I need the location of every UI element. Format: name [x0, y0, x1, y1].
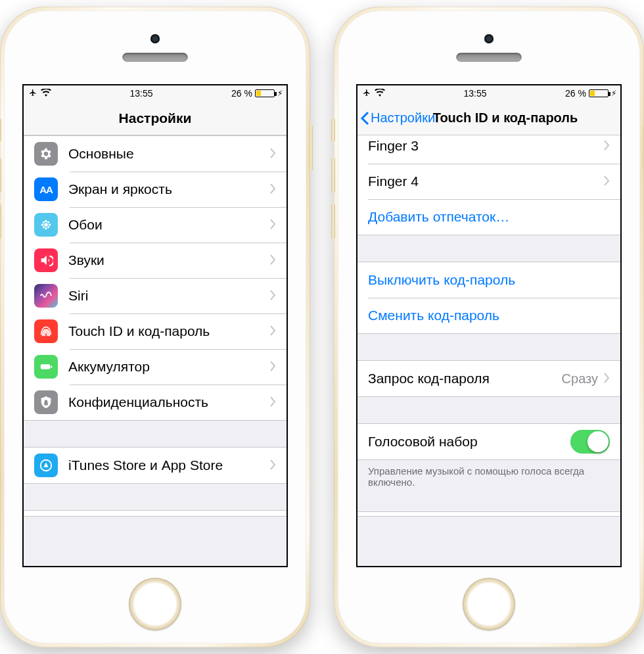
chevron-right-icon [603, 174, 610, 189]
nav-title: Настройки [119, 110, 192, 126]
voice-dial-toggle[interactable] [570, 430, 610, 454]
airplane-mode-icon [28, 88, 38, 99]
row-finger-3[interactable]: Finger 3 [357, 135, 620, 164]
volume-up-button [0, 158, 1, 193]
volume-down-button [0, 204, 1, 239]
touchid-content[interactable]: x Finger 3 Finger 4 Добавить отпечаток… … [357, 135, 620, 566]
chevron-right-icon [269, 253, 276, 268]
chevron-right-icon [603, 371, 610, 386]
row-label: Запрос код-пароля [368, 371, 562, 386]
appstore-icon [34, 454, 58, 477]
front-camera [484, 34, 494, 43]
chevron-right-icon [269, 324, 276, 339]
wallpaper-icon [34, 213, 58, 237]
clipped-group [357, 511, 620, 517]
row-label: Обои [68, 217, 269, 233]
row-display[interactable]: AA Экран и яркость [24, 172, 287, 207]
sounds-icon [34, 248, 58, 272]
row-sounds[interactable]: Звуки [24, 243, 287, 278]
row-privacy[interactable]: Конфиденциальность [24, 385, 287, 420]
svg-point-8 [47, 226, 49, 228]
row-label: Голосовой набор [368, 434, 570, 450]
row-label: Touch ID и код-пароль [68, 323, 269, 339]
settings-content[interactable]: Основные AA Экран и яркость Обои [24, 135, 287, 566]
row-label: Аккумулятор [68, 359, 269, 375]
row-label: Основные [68, 146, 269, 162]
row-label: Finger 4 [368, 174, 603, 189]
svg-point-0 [44, 223, 48, 227]
svg-point-6 [47, 222, 49, 223]
row-label: iTunes Store и App Store [68, 457, 269, 473]
display-icon: AA [34, 177, 58, 201]
mute-switch [0, 118, 1, 142]
row-turn-passcode-off[interactable]: Выключить код-пароль [357, 262, 620, 298]
volume-down-button [331, 204, 335, 239]
chevron-right-icon [603, 139, 610, 154]
row-add-fingerprint[interactable]: Добавить отпечаток… [357, 199, 620, 235]
nav-bar: Настройки Touch ID и код-пароль [357, 101, 620, 135]
wifi-icon [375, 88, 385, 99]
row-label: Конфиденциальность [68, 394, 269, 410]
earpiece-speaker [122, 53, 188, 62]
chevron-right-icon [269, 458, 276, 473]
row-appstore[interactable]: iTunes Store и App Store [24, 448, 287, 483]
row-touchid[interactable]: Touch ID и код-пароль [24, 314, 287, 349]
charging-icon: ⚡︎ [277, 89, 283, 98]
siri-icon [34, 284, 58, 308]
wifi-icon [41, 88, 51, 99]
battery-percent: 26 % [565, 88, 586, 99]
screen-settings-root: 13:55 26 % ⚡︎ Настройки Основные [22, 84, 288, 567]
phone-right: 13:55 26 % ⚡︎ Настройки Touch ID и код-п… [334, 7, 644, 647]
screen-touchid: 13:55 26 % ⚡︎ Настройки Touch ID и код-п… [356, 84, 622, 567]
battery-percent: 26 % [231, 88, 252, 99]
status-time: 13:55 [130, 88, 153, 99]
row-label: Экран и яркость [68, 181, 269, 197]
chevron-right-icon [269, 218, 276, 233]
passcode-actions-group: Выключить код-пароль Сменить код-пароль [357, 262, 620, 334]
volume-up-button [331, 158, 335, 193]
row-wallpaper[interactable]: Обои [24, 207, 287, 243]
row-label: Выключить код-пароль [368, 272, 610, 288]
chevron-right-icon [269, 360, 276, 375]
settings-group-stores: iTunes Store и App Store [24, 447, 287, 484]
row-label: Siri [68, 288, 269, 304]
row-finger-4[interactable]: Finger 4 [357, 164, 620, 199]
chevron-right-icon [269, 147, 276, 162]
status-time: 13:55 [464, 88, 487, 99]
svg-point-7 [43, 226, 45, 228]
row-siri[interactable]: Siri [24, 278, 287, 314]
row-label: Добавить отпечаток… [368, 209, 610, 225]
svg-point-3 [41, 223, 44, 226]
row-general[interactable]: Основные [24, 136, 287, 172]
row-label: Звуки [68, 252, 269, 268]
nav-back-button[interactable]: Настройки [360, 101, 435, 135]
row-change-passcode[interactable]: Сменить код-пароль [357, 298, 620, 333]
privacy-icon [34, 390, 58, 414]
battery-icon [589, 89, 609, 97]
svg-point-2 [45, 227, 47, 230]
airplane-mode-icon [361, 88, 372, 99]
settings-group-main: Основные AA Экран и яркость Обои [24, 135, 287, 421]
power-button [309, 125, 313, 171]
battery-icon [34, 355, 58, 379]
touchid-icon [34, 319, 58, 343]
home-button[interactable] [463, 578, 515, 630]
svg-rect-9 [41, 364, 51, 369]
svg-point-4 [49, 223, 51, 226]
fingerprints-group: x Finger 3 Finger 4 Добавить отпечаток… [357, 135, 620, 235]
status-bar: 13:55 26 % ⚡︎ [357, 85, 620, 101]
front-camera [150, 34, 160, 43]
home-button[interactable] [129, 578, 181, 630]
status-bar: 13:55 26 % ⚡︎ [24, 85, 287, 101]
charging-icon: ⚡︎ [611, 89, 616, 98]
require-passcode-group: Запрос код-пароля Сразу [357, 360, 620, 397]
row-require-passcode[interactable]: Запрос код-пароля Сразу [357, 361, 620, 396]
row-battery[interactable]: Аккумулятор [24, 349, 287, 385]
nav-back-label: Настройки [371, 110, 435, 126]
phone-left: 13:55 26 % ⚡︎ Настройки Основные [0, 7, 310, 647]
chevron-right-icon [269, 182, 276, 197]
svg-rect-10 [51, 365, 52, 368]
row-label: Сменить код-пароль [368, 308, 610, 323]
earpiece-speaker [456, 53, 522, 62]
gear-icon [34, 142, 58, 166]
